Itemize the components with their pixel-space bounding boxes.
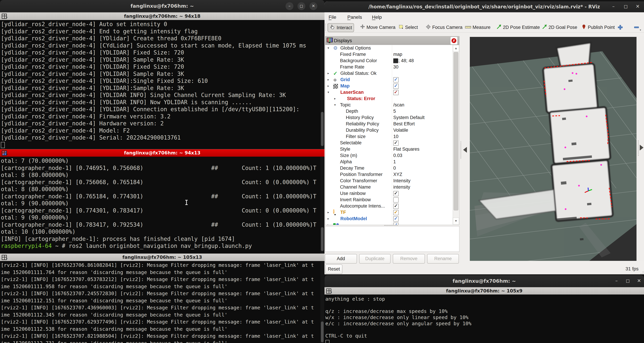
displays-scrollbar-thumb[interactable] (454, 52, 458, 210)
tree-row-value[interactable]: map (393, 51, 402, 58)
remove-display-button[interactable]: Remove (393, 254, 425, 264)
menu-panels[interactable]: Panels (345, 12, 364, 22)
tree-row-style[interactable]: StyleFlat Squares (325, 146, 453, 152)
maximize-button[interactable]: ◻ (298, 2, 305, 10)
dock-splitter[interactable] (638, 140, 639, 156)
pane1-tab[interactable]: ▾ fanglinxu@fx706hm: ~ 94x18 (0, 12, 324, 20)
checkbox[interactable] (393, 191, 398, 196)
panel-close-button[interactable]: ✗ (450, 37, 458, 44)
maximize-button[interactable]: ◻ (622, 3, 629, 10)
toolbar-button-interact[interactable]: Interact (328, 23, 354, 32)
tree-row-durability-policy[interactable]: Durability PolicyVolatile (325, 127, 453, 134)
tree-row-value[interactable]: Flat Squares (393, 146, 420, 152)
checkbox[interactable] (393, 210, 398, 215)
minimize-button[interactable]: – (286, 2, 294, 10)
toolbar-button-goal[interactable]: 2D Goal Pose (540, 23, 579, 32)
tree-row-value[interactable]: XYZ (393, 171, 402, 178)
close-button[interactable]: ✕ (636, 278, 642, 284)
expander-closed-icon[interactable]: ▸ (328, 216, 329, 222)
tree-row-background-color[interactable]: Background Color48; 48; 48 (325, 58, 453, 64)
expand-right-icon[interactable] (640, 145, 644, 150)
dock-splitter[interactable] (460, 142, 462, 158)
tree-row-selectable[interactable]: Selectable (325, 140, 453, 146)
tree-row-value[interactable]: 48; 48; 48 (393, 58, 414, 64)
expander-open-icon[interactable]: ▾ (328, 45, 329, 51)
collapse-left-icon[interactable] (463, 147, 467, 153)
toolbar-button-measure[interactable]: Measure (463, 23, 492, 32)
displays-scrollbar[interactable]: ▲ ▼ (453, 45, 459, 224)
tree-row-history-policy[interactable]: History PolicySystem Default (325, 114, 453, 121)
tree-row-global-options[interactable]: ▾⚙Global Options (325, 45, 453, 51)
pane3-terminal[interactable]: [rviz2-1] [INFO] [1676523706.861082841] … (0, 261, 324, 343)
toolbar-button-select[interactable]: Select (397, 23, 420, 32)
checkbox[interactable] (393, 216, 398, 222)
left-terminal-titlebar[interactable]: fanglinxu@fx706hm: ~ – ◻ ✕ (0, 0, 324, 12)
duplicate-display-button[interactable]: Duplicate (359, 254, 390, 264)
tree-row-tf[interactable]: ▸!TF (325, 209, 453, 216)
tree-row-value[interactable]: Intensity (393, 178, 410, 184)
checkbox[interactable] (393, 222, 398, 225)
scroll-up-icon[interactable]: ▲ (453, 45, 459, 52)
toolbar-button-point[interactable]: Publish Point (580, 23, 616, 32)
tree-row-value[interactable]: 5 (393, 108, 396, 114)
toolbar-button-move[interactable]: Move Camera (358, 23, 397, 32)
close-button[interactable]: ✕ (310, 2, 317, 10)
tree-row-color-transformer[interactable]: Color TransformerIntensity (325, 178, 453, 184)
pane3-tab[interactable]: ▾ fanglinxu@fx706hm: ~ 105x13 (0, 254, 324, 261)
tree-row-value[interactable]: /scan (393, 102, 404, 108)
pane1-scrollbar-thumb[interactable] (321, 112, 324, 146)
reset-button[interactable]: Reset (325, 264, 342, 274)
tree-row-invert-rainbow[interactable]: Invert Rainbow (325, 196, 453, 203)
rviz-titlebar[interactable]: /home/fanglinxu/ros_dev/install/originbo… (324, 1, 644, 12)
checkbox[interactable] (393, 84, 398, 89)
tree-row-frame-rate[interactable]: Frame Rate30 (325, 64, 453, 70)
tree-row-value[interactable]: 0 (393, 165, 396, 171)
tree-row-fixed-frame[interactable]: Fixed Framemap (325, 51, 453, 58)
toolbar-button-pose[interactable]: 2D Pose Estimate (495, 23, 542, 32)
expander-closed-icon[interactable]: ▸ (328, 222, 329, 225)
tree-row-filter-size[interactable]: Filter size10 (325, 134, 453, 140)
add-display-button[interactable]: Add (325, 254, 357, 264)
expander-closed-icon[interactable]: ▸ (328, 209, 329, 216)
displays-tree[interactable]: ▾⚙Global OptionsFixed FramemapBackground… (325, 45, 460, 225)
resize-grip[interactable] (640, 271, 643, 274)
rename-display-button[interactable]: Rename (427, 254, 459, 264)
pane3-scrollbar-thumb[interactable] (321, 322, 324, 342)
maximize-button[interactable]: ◻ (624, 278, 631, 284)
teleop-terminal[interactable]: anything else : stopq/z : increase/decre… (324, 294, 644, 343)
minimize-button[interactable]: – (610, 3, 617, 10)
minimize-button[interactable]: – (613, 278, 620, 284)
pane2-terminal[interactable]: otal: 7 (70.000000%)[cartographer_node-1… (0, 157, 324, 254)
menu-file[interactable]: File (326, 12, 339, 22)
expander-closed-icon[interactable]: ▸ (334, 96, 336, 102)
menu-help[interactable]: Help (370, 12, 384, 22)
pane2-scrollbar-thumb[interactable] (321, 227, 324, 251)
tree-row-laserscan[interactable]: ▾LaserScan (325, 89, 453, 96)
checkbox[interactable] (393, 90, 398, 95)
tree-row-global-status-ok[interactable]: ▸✓Global Status: Ok (325, 70, 453, 76)
tree-row-reliability-policy[interactable]: Reliability PolicyBest Effort (325, 121, 453, 127)
tree-row-autocompute-intens-[interactable]: Autocompute Intens... (325, 203, 453, 209)
checkbox[interactable] (393, 204, 398, 209)
tree-row-topic[interactable]: ▾Topic/scan (325, 102, 453, 108)
tree-row-value[interactable]: 1 (393, 159, 396, 165)
tree-row-value[interactable]: System Default (393, 114, 424, 121)
tree-row-value[interactable]: intensity (393, 184, 410, 190)
tree-row-value[interactable]: 0.03 (393, 152, 402, 159)
tree-row-value[interactable]: 30 (393, 64, 398, 70)
checkbox[interactable] (393, 140, 398, 146)
tree-row-value[interactable]: Best Effort (393, 121, 415, 127)
toolbar-drag-handle[interactable] (325, 24, 328, 31)
tree-row-channel-name[interactable]: Channel Nameintensity (325, 184, 453, 190)
tree-row-grid[interactable]: ▸◈Grid (325, 76, 453, 83)
displays-panel-header[interactable]: Displays ✗ (325, 36, 460, 45)
tree-row-size-m-[interactable]: Size (m)0.03 (325, 152, 453, 159)
checkbox[interactable] (393, 197, 398, 202)
tree-row-position-transformer[interactable]: Position TransformerXYZ (325, 171, 453, 178)
expander-closed-icon[interactable]: ▸ (328, 70, 329, 76)
toolbar-button-minus-tool[interactable] (632, 23, 641, 32)
tree-row-partial[interactable]: ▸ (325, 222, 453, 225)
expander-open-icon[interactable]: ▾ (334, 102, 336, 108)
teleop-titlebar[interactable]: fanglinxu@fx706hm: ~ – ◻ ✕ (324, 275, 644, 287)
toolbar-button-plus-tool[interactable] (616, 23, 625, 32)
